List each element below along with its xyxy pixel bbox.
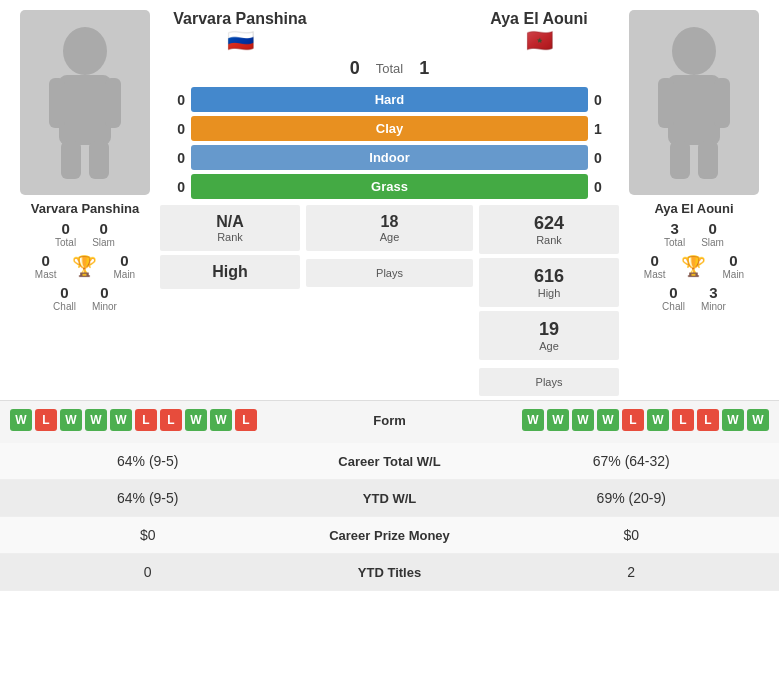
svg-rect-5	[89, 141, 109, 179]
right-player-name: Aya El Aouni	[629, 201, 759, 216]
surface-row-1: 0 Clay 1	[160, 116, 619, 141]
svg-rect-3	[105, 78, 121, 128]
right-minor-lbl: Minor	[701, 301, 726, 312]
left-player-name: Varvara Panshina	[20, 201, 150, 216]
form-left-badge-6: L	[160, 409, 182, 431]
center-age-left-lbl: Age	[310, 231, 469, 243]
center-plays-left-lbl: Plays	[310, 267, 469, 279]
form-left-badge-9: L	[235, 409, 257, 431]
right-chall-lbl: Chall	[662, 301, 685, 312]
right-slam-stat: 0 Slam	[701, 220, 724, 248]
right-center-name: Aya El Aouni 🇲🇦	[459, 10, 619, 54]
left-minor-stat: 0 Minor	[92, 284, 117, 312]
right-player-panel: Aya El Aouni 3 Total 0 Slam 0 Mast 🏆	[619, 10, 769, 400]
form-label: Form	[257, 413, 522, 428]
left-player-panel: Varvara Panshina 0 Total 0 Slam 0 Mast 🏆	[10, 10, 160, 400]
total-left: 0	[350, 58, 360, 79]
stats-left-3: 0	[16, 564, 280, 580]
center-plays-left-box: Plays	[306, 259, 473, 287]
left-player-info: Varvara Panshina 0 Total 0 Slam 0 Mast 🏆	[20, 201, 150, 312]
stats-label-3: YTD Titles	[280, 565, 500, 580]
right-age-plays: 19 Age Plays	[479, 311, 619, 400]
surfaces-area: 0 Hard 0 0 Clay 1 0 Indoor 0 0 Grass 0	[160, 87, 619, 199]
surface-row-2: 0 Indoor 0	[160, 145, 619, 170]
form-badges-left: WLWWWLLWWL	[10, 409, 257, 431]
right-age-val: 19	[487, 319, 611, 340]
total-right: 1	[419, 58, 429, 79]
right-age-lbl: Age	[487, 340, 611, 352]
surface-row-0: 0 Hard 0	[160, 87, 619, 112]
svg-rect-8	[658, 78, 674, 128]
center-block: Varvara Panshina 🇷🇺 Aya El Aouni 🇲🇦 0 To…	[160, 10, 619, 400]
right-high-box: 616 High	[479, 258, 619, 307]
right-total-lbl: Total	[664, 237, 685, 248]
left-main-lbl: Main	[113, 269, 135, 280]
surf-right-2: 0	[594, 150, 619, 166]
left-main-val: 0	[120, 252, 128, 269]
left-high-val: High	[164, 263, 296, 281]
form-row: WLWWWLLWWL Form WWWWLWLLWW	[10, 409, 769, 431]
center-stat-boxes: 18 Age Plays	[306, 205, 473, 311]
svg-rect-1	[59, 75, 111, 145]
left-rank-lbl: Rank	[164, 231, 296, 243]
svg-point-0	[63, 27, 107, 75]
left-flag: 🇷🇺	[227, 28, 254, 53]
form-section: WLWWWLLWWL Form WWWWLWLLWW	[0, 400, 779, 443]
surf-label-3: Grass	[191, 174, 588, 199]
left-mast-val: 0	[41, 252, 49, 269]
right-stat-boxes: 624 Rank 616 High	[479, 205, 619, 311]
left-minor-val: 0	[100, 284, 108, 301]
form-right-badge-8: W	[722, 409, 744, 431]
stats-right-1: 69% (20-9)	[500, 490, 764, 506]
form-right-badge-1: W	[547, 409, 569, 431]
age-plays-right-row: 19 Age Plays	[160, 311, 619, 400]
form-right-badge-9: W	[747, 409, 769, 431]
svg-rect-9	[714, 78, 730, 128]
stats-row-3: 0 YTD Titles 2	[0, 554, 779, 591]
right-chall-stat: 0 Chall	[662, 284, 685, 312]
stats-row-2: $0 Career Prize Money $0	[0, 517, 779, 554]
form-right-badge-2: W	[572, 409, 594, 431]
left-mast-stat: 0 Mast	[35, 252, 57, 280]
form-right-badge-4: L	[622, 409, 644, 431]
right-trophy-icon: 🏆	[681, 254, 706, 278]
right-flag: 🇲🇦	[526, 28, 553, 53]
left-mast-lbl: Mast	[35, 269, 57, 280]
right-main-stat: 0 Main	[722, 252, 744, 280]
right-player-photo	[629, 10, 759, 195]
totals-line: 0 Total 1	[160, 58, 619, 79]
left-player-silhouette	[45, 23, 125, 183]
form-left-badge-7: W	[185, 409, 207, 431]
left-rank-box: N/A Rank	[160, 205, 300, 251]
surf-right-0: 0	[594, 92, 619, 108]
stats-left-1: 64% (9-5)	[16, 490, 280, 506]
left-rank-val: N/A	[164, 213, 296, 231]
form-left-badge-3: W	[85, 409, 107, 431]
left-high-box: High	[160, 255, 300, 289]
stats-right-0: 67% (64-32)	[500, 453, 764, 469]
left-minor-lbl: Minor	[92, 301, 117, 312]
surface-row-3: 0 Grass 0	[160, 174, 619, 199]
surf-left-0: 0	[160, 92, 185, 108]
stats-table: 64% (9-5) Career Total W/L 67% (64-32) 6…	[0, 443, 779, 591]
stats-row-1: 64% (9-5) YTD W/L 69% (20-9)	[0, 480, 779, 517]
left-slam-stat: 0 Slam	[92, 220, 115, 248]
right-player-silhouette	[654, 23, 734, 183]
left-total-lbl: Total	[55, 237, 76, 248]
left-chall-val: 0	[60, 284, 68, 301]
form-left-badge-5: L	[135, 409, 157, 431]
form-left-badge-0: W	[10, 409, 32, 431]
surf-left-3: 0	[160, 179, 185, 195]
left-total-val: 0	[61, 220, 69, 237]
total-label: Total	[376, 61, 403, 76]
stats-boxes-row: N/A Rank High 18 Age Plays	[160, 205, 619, 311]
left-slam-lbl: Slam	[92, 237, 115, 248]
right-chall-val: 0	[669, 284, 677, 301]
names-line: Varvara Panshina 🇷🇺 Aya El Aouni 🇲🇦	[160, 10, 619, 54]
right-age-box: 19 Age	[479, 311, 619, 360]
surf-label-2: Indoor	[191, 145, 588, 170]
stats-left-0: 64% (9-5)	[16, 453, 280, 469]
left-chall-lbl: Chall	[53, 301, 76, 312]
left-slam-val: 0	[99, 220, 107, 237]
right-minor-val: 3	[709, 284, 717, 301]
